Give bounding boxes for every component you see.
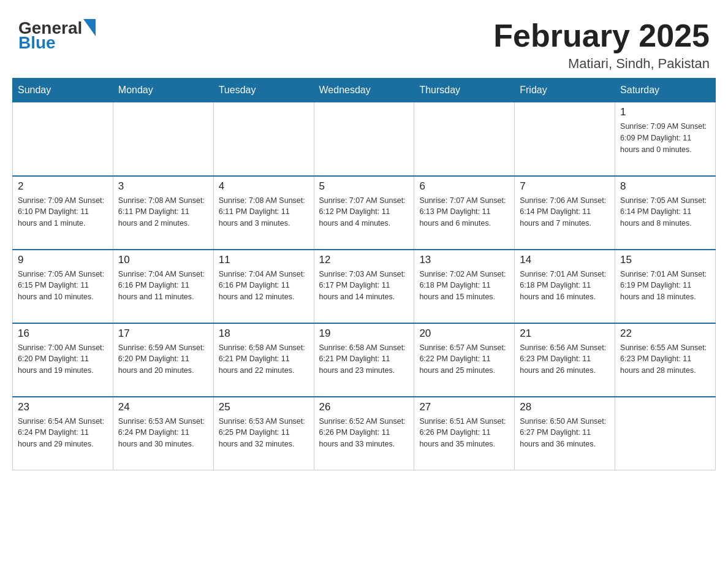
day-number: 1 [620,106,710,118]
calendar-cell-w4-d1: 17Sunrise: 6:59 AM Sunset: 6:20 PM Dayli… [113,323,213,397]
day-info: Sunrise: 6:51 AM Sunset: 6:26 PM Dayligh… [419,416,509,450]
day-info: Sunrise: 7:08 AM Sunset: 6:11 PM Dayligh… [219,195,309,229]
location-title: Matiari, Sindh, Pakistan [493,56,710,72]
calendar-cell-w3-d3: 12Sunrise: 7:03 AM Sunset: 6:17 PM Dayli… [314,250,414,323]
header-friday: Friday [515,79,615,102]
day-number: 4 [219,180,309,193]
calendar-cell-w4-d6: 22Sunrise: 6:55 AM Sunset: 6:23 PM Dayli… [615,323,716,397]
calendar-week-4: 16Sunrise: 7:00 AM Sunset: 6:20 PM Dayli… [13,323,716,397]
calendar-cell-w3-d0: 9Sunrise: 7:05 AM Sunset: 6:15 PM Daylig… [13,250,113,323]
day-info: Sunrise: 7:01 AM Sunset: 6:19 PM Dayligh… [620,269,710,303]
day-number: 15 [620,254,710,266]
day-info: Sunrise: 6:58 AM Sunset: 6:21 PM Dayligh… [319,342,409,377]
calendar-cell-w1-d3 [314,102,414,176]
calendar-week-2: 2Sunrise: 7:09 AM Sunset: 6:10 PM Daylig… [13,176,716,250]
calendar-cell-w2-d4: 6Sunrise: 7:07 AM Sunset: 6:13 PM Daylig… [414,176,515,250]
month-title: February 2025 [493,18,710,53]
calendar-cell-w4-d3: 19Sunrise: 6:58 AM Sunset: 6:21 PM Dayli… [314,323,414,397]
day-number: 27 [419,401,509,413]
svg-marker-0 [83,19,96,36]
day-number: 26 [319,401,409,413]
day-info: Sunrise: 6:53 AM Sunset: 6:25 PM Dayligh… [219,416,309,450]
calendar-cell-w1-d0 [13,102,113,176]
day-info: Sunrise: 7:09 AM Sunset: 6:09 PM Dayligh… [620,121,710,155]
calendar-cell-w3-d2: 11Sunrise: 7:04 AM Sunset: 6:16 PM Dayli… [213,250,314,323]
calendar-cell-w2-d6: 8Sunrise: 7:05 AM Sunset: 6:14 PM Daylig… [615,176,716,250]
day-info: Sunrise: 7:02 AM Sunset: 6:18 PM Dayligh… [419,269,509,303]
calendar-cell-w2-d1: 3Sunrise: 7:08 AM Sunset: 6:11 PM Daylig… [113,176,213,250]
calendar-cell-w4-d0: 16Sunrise: 7:00 AM Sunset: 6:20 PM Dayli… [13,323,113,397]
day-info: Sunrise: 7:09 AM Sunset: 6:10 PM Dayligh… [18,195,108,229]
day-info: Sunrise: 6:55 AM Sunset: 6:23 PM Dayligh… [620,342,710,377]
calendar-cell-w5-d6 [615,397,716,470]
day-number: 16 [18,327,108,340]
day-number: 25 [219,401,309,413]
calendar-cell-w2-d5: 7Sunrise: 7:06 AM Sunset: 6:14 PM Daylig… [515,176,615,250]
weekday-header-row: Sunday Monday Tuesday Wednesday Thursday… [13,79,716,102]
day-number: 22 [620,327,710,340]
day-number: 20 [419,327,509,340]
logo-triangle-icon [82,19,96,37]
calendar-week-1: 1Sunrise: 7:09 AM Sunset: 6:09 PM Daylig… [13,102,716,176]
day-info: Sunrise: 7:05 AM Sunset: 6:15 PM Dayligh… [18,269,108,303]
page-header: General Blue February 2025 Matiari, Sind… [12,12,716,72]
calendar-cell-w1-d2 [213,102,314,176]
header-thursday: Thursday [414,79,515,102]
day-info: Sunrise: 7:07 AM Sunset: 6:12 PM Dayligh… [319,195,409,229]
day-info: Sunrise: 6:57 AM Sunset: 6:22 PM Dayligh… [419,342,509,377]
day-number: 7 [520,180,610,193]
calendar-cell-w1-d5 [515,102,615,176]
title-block: February 2025 Matiari, Sindh, Pakistan [493,18,710,72]
day-number: 6 [419,180,509,193]
calendar-week-3: 9Sunrise: 7:05 AM Sunset: 6:15 PM Daylig… [13,250,716,323]
calendar-cell-w5-d5: 28Sunrise: 6:50 AM Sunset: 6:27 PM Dayli… [515,397,615,470]
calendar-cell-w5-d3: 26Sunrise: 6:52 AM Sunset: 6:26 PM Dayli… [314,397,414,470]
day-info: Sunrise: 7:05 AM Sunset: 6:14 PM Dayligh… [620,195,710,229]
day-number: 3 [118,180,208,193]
calendar-cell-w3-d1: 10Sunrise: 7:04 AM Sunset: 6:16 PM Dayli… [113,250,213,323]
day-number: 23 [18,401,108,413]
calendar-cell-w3-d6: 15Sunrise: 7:01 AM Sunset: 6:19 PM Dayli… [615,250,716,323]
day-number: 12 [319,254,409,266]
day-info: Sunrise: 6:56 AM Sunset: 6:23 PM Dayligh… [520,342,610,377]
day-info: Sunrise: 7:06 AM Sunset: 6:14 PM Dayligh… [520,195,610,229]
calendar-cell-w4-d2: 18Sunrise: 6:58 AM Sunset: 6:21 PM Dayli… [213,323,314,397]
day-number: 9 [18,254,108,266]
calendar-cell-w2-d3: 5Sunrise: 7:07 AM Sunset: 6:12 PM Daylig… [314,176,414,250]
header-wednesday: Wednesday [314,79,414,102]
logo-blue-text: Blue [18,33,56,52]
day-info: Sunrise: 6:54 AM Sunset: 6:24 PM Dayligh… [18,416,108,450]
day-info: Sunrise: 7:08 AM Sunset: 6:11 PM Dayligh… [118,195,208,229]
header-tuesday: Tuesday [213,79,314,102]
calendar-cell-w2-d0: 2Sunrise: 7:09 AM Sunset: 6:10 PM Daylig… [13,176,113,250]
day-info: Sunrise: 7:03 AM Sunset: 6:17 PM Dayligh… [319,269,409,303]
day-info: Sunrise: 7:04 AM Sunset: 6:16 PM Dayligh… [118,269,208,303]
calendar-cell-w3-d4: 13Sunrise: 7:02 AM Sunset: 6:18 PM Dayli… [414,250,515,323]
day-number: 24 [118,401,208,413]
day-number: 14 [520,254,610,266]
day-info: Sunrise: 6:52 AM Sunset: 6:26 PM Dayligh… [319,416,409,450]
day-info: Sunrise: 7:07 AM Sunset: 6:13 PM Dayligh… [419,195,509,229]
header-monday: Monday [113,79,213,102]
calendar-cell-w4-d5: 21Sunrise: 6:56 AM Sunset: 6:23 PM Dayli… [515,323,615,397]
day-number: 19 [319,327,409,340]
day-info: Sunrise: 6:53 AM Sunset: 6:24 PM Dayligh… [118,416,208,450]
calendar-cell-w5-d2: 25Sunrise: 6:53 AM Sunset: 6:25 PM Dayli… [213,397,314,470]
day-number: 5 [319,180,409,193]
day-info: Sunrise: 6:50 AM Sunset: 6:27 PM Dayligh… [520,416,610,450]
calendar-cell-w5-d4: 27Sunrise: 6:51 AM Sunset: 6:26 PM Dayli… [414,397,515,470]
logo: General Blue [18,18,96,53]
header-sunday: Sunday [13,79,113,102]
day-number: 2 [18,180,108,193]
calendar-cell-w1-d4 [414,102,515,176]
calendar-week-5: 23Sunrise: 6:54 AM Sunset: 6:24 PM Dayli… [13,397,716,470]
day-number: 8 [620,180,710,193]
day-number: 18 [219,327,309,340]
day-info: Sunrise: 6:59 AM Sunset: 6:20 PM Dayligh… [118,342,208,377]
day-number: 10 [118,254,208,266]
header-saturday: Saturday [615,79,716,102]
calendar-table: Sunday Monday Tuesday Wednesday Thursday… [12,78,716,470]
day-info: Sunrise: 7:00 AM Sunset: 6:20 PM Dayligh… [18,342,108,377]
day-info: Sunrise: 7:01 AM Sunset: 6:18 PM Dayligh… [520,269,610,303]
day-info: Sunrise: 7:04 AM Sunset: 6:16 PM Dayligh… [219,269,309,303]
